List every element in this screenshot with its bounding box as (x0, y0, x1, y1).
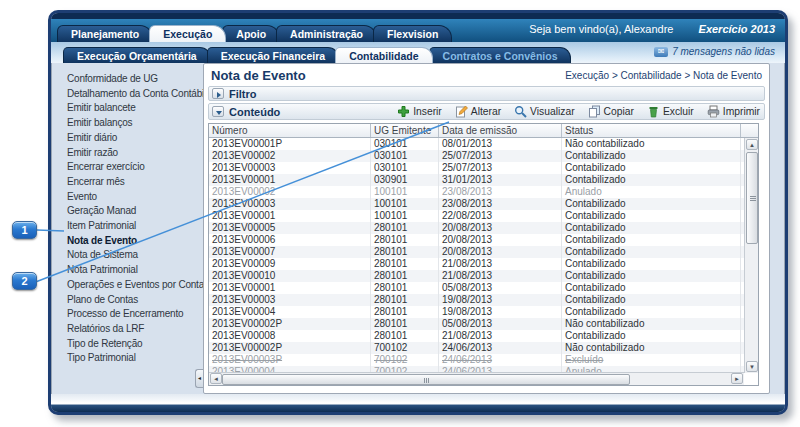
sidebar-item-emitir-balancos[interactable]: Emitir balanços (67, 116, 203, 131)
table-row[interactable]: 2013EV0000203010125/07/2013Contabilizado (209, 150, 744, 162)
table-cell: Excluído (562, 354, 741, 366)
scroll-down-arrow[interactable]: ▼ (746, 361, 758, 372)
sidebar-item-conformidade-de-ug[interactable]: Conformidade de UG (67, 72, 203, 87)
sidebar-item-evento[interactable]: Evento (67, 190, 203, 205)
tab-administracao[interactable]: Administração (276, 25, 377, 42)
visualizar-button[interactable]: Visualizar (514, 105, 574, 118)
inserir-button[interactable]: Inserir (397, 105, 442, 118)
table-header-row: Número UG Emitente Data de emissão Statu… (209, 124, 758, 138)
table-row[interactable]: 2013EV00002P28010105/08/2013Não contabil… (209, 318, 744, 330)
table-cell: 2013EV00003 (209, 294, 371, 306)
sidebar-item-plano-de-contas[interactable]: Plano de Contas (67, 293, 203, 308)
sidebar-item-emitir-razao[interactable]: Emitir razão (67, 146, 203, 161)
table-cell: 19/08/2013 (439, 294, 562, 306)
sidebar-item-geracao-manad[interactable]: Geração Manad (67, 204, 203, 219)
column-header-status[interactable]: Status (562, 124, 741, 137)
sidebar-item-tipo-patrimonial[interactable]: Tipo Patrimonial (67, 351, 203, 366)
filter-section-bar[interactable]: Filtro (208, 86, 765, 101)
table-row[interactable]: 2013EV0000928010121/08/2013Contabilizado (209, 258, 744, 270)
table-cell: 21/08/2013 (439, 270, 562, 282)
alterar-button[interactable]: Alterar (455, 105, 501, 118)
copiar-button[interactable]: Copiar (588, 105, 634, 118)
table-row[interactable]: 2013EV0000310010123/08/2013Contabilizado (209, 198, 744, 210)
sidebar-item-detalhamento-da-conta-contabil[interactable]: Detalhamento da Conta Contábil (67, 87, 203, 102)
table-cell: 100101 (371, 198, 439, 210)
vertical-scroll-thumb[interactable] (746, 152, 758, 244)
table-cell: 2013EV00007 (209, 246, 371, 258)
sidebar-item-processo-de-encerramento[interactable]: Processo de Encerramento (67, 307, 203, 322)
sidebar-item-encerrar-mes[interactable]: Encerrar mês (67, 175, 203, 190)
table-row[interactable]: 2013EV00001P03010108/01/2013Não contabil… (209, 138, 744, 150)
horizontal-scroll-thumb[interactable] (222, 374, 630, 385)
table-row[interactable]: 2013EV00002P70010224/06/2013Não contabil… (209, 342, 744, 354)
table-cell: 22/08/2013 (439, 210, 562, 222)
button-label: Copiar (604, 106, 634, 117)
column-header-data-emissao[interactable]: Data de emissão (439, 124, 562, 137)
table-cell: 280101 (371, 222, 439, 234)
unread-messages-link[interactable]: ✉ 7 mensagens não lidas (654, 46, 775, 57)
table-horizontal-scrollbar[interactable]: ◄ ► (209, 372, 744, 385)
scroll-left-arrow[interactable]: ◄ (210, 373, 222, 384)
content-section-bar[interactable]: Conteúdo Inserir Alterar Visualizar (208, 103, 765, 120)
sidebar-item-relatorios-da-lrf[interactable]: Relatórios da LRF (67, 322, 203, 337)
table-row[interactable]: 2013EV0000828010121/08/2013Contabilizado (209, 330, 744, 342)
expand-filter-button[interactable] (212, 88, 224, 99)
sub-tab-bar: Execução Orçamentária Execução Financeir… (51, 42, 785, 63)
content-section-label: Conteúdo (229, 106, 280, 118)
scroll-up-arrow[interactable]: ▲ (746, 139, 758, 150)
sidebar-item-item-patrimonial[interactable]: Item Patrimonial (67, 219, 203, 234)
tab-apoio[interactable]: Apoio (222, 25, 280, 42)
sidebar-item-nota-patrimonial[interactable]: Nota Patrimonial (67, 263, 203, 278)
table-cell: 08/01/2013 (439, 138, 562, 150)
tab-execucao-financeira[interactable]: Execução Financeira (207, 47, 339, 63)
table-row[interactable]: 2013EV0000328010119/08/2013Contabilizado (209, 294, 744, 306)
table-cell: Contabilizado (562, 294, 741, 306)
imprimir-button[interactable]: Imprimir (707, 105, 760, 118)
table-cell: 030101 (371, 138, 439, 150)
table-row[interactable]: 2013EV0000628010120/08/2013Contabilizado (209, 234, 744, 246)
table-row[interactable]: 2013EV0001028010121/08/2013Contabilizado (209, 270, 744, 282)
table-row[interactable]: 2013EV0000728010120/08/2013Contabilizado (209, 246, 744, 258)
table-row[interactable]: 2013EV0000103090131/01/2013Contabilizado (209, 174, 744, 186)
sidebar-item-nota-de-sistema[interactable]: Nota de Sistema (67, 248, 203, 263)
sidebar-item-emitir-balancete[interactable]: Emitir balancete (67, 101, 203, 116)
tab-planejamento[interactable]: Planejamento (57, 25, 153, 42)
table-cell: Contabilizado (562, 258, 741, 270)
table-cell: 21/08/2013 (439, 330, 562, 342)
main-panel: Nota de Evento Execução > Contabilidade … (203, 63, 770, 394)
sidebar-item-encerrar-exercicio[interactable]: Encerrar exercício (67, 160, 203, 175)
welcome-area: Seja bem vindo(a), Alexandre Exercício 2… (529, 23, 775, 35)
column-header-numero[interactable]: Número (209, 124, 371, 137)
sidebar-item-nota-de-evento[interactable]: Nota de Evento (67, 234, 203, 249)
sidebar-item-emitir-diario[interactable]: Emitir diário (67, 131, 203, 146)
tab-flexvision[interactable]: Flexvision (373, 25, 452, 42)
table-row[interactable]: 2013EV0000210010123/08/2013Anulado (209, 186, 744, 198)
page-title: Nota de Evento (211, 68, 306, 83)
sidebar-item-operacoes-e-eventos-por-conta[interactable]: Operações e Eventos por Conta (67, 278, 203, 293)
sidebar-menu: Conformidade de UGDetalhamento da Conta … (51, 63, 203, 394)
sidebar-collapse-handle[interactable]: ◄ (195, 369, 203, 388)
table-row[interactable]: 2013EV0000303010125/07/2013Contabilizado (209, 162, 744, 174)
button-label: Visualizar (530, 106, 574, 117)
table-cell: 20/08/2013 (439, 234, 562, 246)
table-vertical-scrollbar[interactable]: ▲ ▼ (744, 138, 758, 373)
table-row[interactable]: 2013EV0000528010120/08/2013Contabilizado (209, 222, 744, 234)
table-cell: 24/06/2013 (439, 342, 562, 354)
table-row[interactable]: 2013EV0000428010119/08/2013Contabilizado (209, 306, 744, 318)
tab-execucao[interactable]: Execução (149, 25, 226, 42)
tab-contabilidade[interactable]: Contabilidade (335, 47, 432, 63)
table-row[interactable]: 2013EV00003P70010224/06/2013Excluído (209, 354, 744, 366)
table-cell: Contabilizado (562, 210, 741, 222)
collapse-content-button[interactable] (212, 106, 224, 117)
table-cell: 2013EV00004 (209, 306, 371, 318)
scroll-right-arrow[interactable]: ► (731, 373, 743, 384)
tab-execucao-orcamentaria[interactable]: Execução Orçamentária (63, 47, 211, 63)
table-row[interactable]: 2013EV0000110010122/08/2013Contabilizado (209, 210, 744, 222)
excluir-button[interactable]: Excluir (647, 105, 694, 118)
sidebar-item-tipo-de-retencao[interactable]: Tipo de Retenção (67, 337, 203, 352)
main-tab-bar: Planejamento Execução Apoio Administraçã… (51, 19, 785, 42)
table-row[interactable]: 2013EV0000128010105/08/2013Contabilizado (209, 282, 744, 294)
tab-contratos-e-convenios[interactable]: Contratos e Convênios (429, 47, 572, 63)
column-header-ug-emitente[interactable]: UG Emitente (371, 124, 439, 137)
table-cell: 280101 (371, 330, 439, 342)
